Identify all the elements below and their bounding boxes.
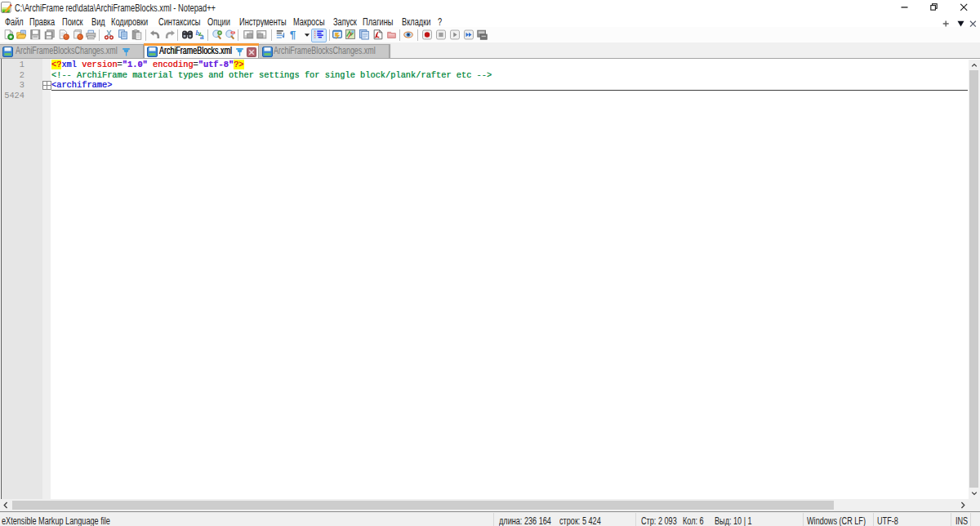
svg-text:b: b bbox=[195, 29, 199, 37]
svg-text:¶: ¶ bbox=[290, 29, 296, 41]
